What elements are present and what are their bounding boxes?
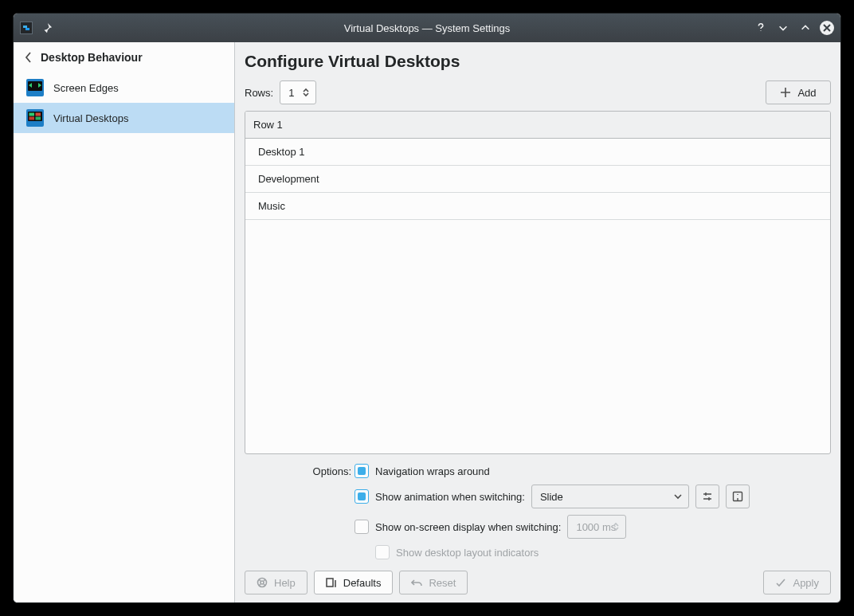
chevron-down-icon	[674, 493, 682, 500]
defaults-icon	[326, 577, 337, 588]
desktop-name: Desktop 1	[258, 146, 305, 158]
reset-button-label: Reset	[429, 577, 456, 589]
sidebar: Desktop Behaviour Screen Edges Virtual D…	[14, 42, 235, 602]
configure-effect-button[interactable]	[695, 485, 719, 508]
sliders-icon	[702, 491, 713, 502]
osd-duration-value: 1000 ms	[576, 521, 616, 533]
minimize-button[interactable]	[775, 20, 791, 36]
svg-point-13	[261, 581, 264, 584]
show-osd-label: Show on-screen display when switching:	[375, 521, 561, 533]
rows-value: 1	[288, 87, 294, 99]
desktop-row[interactable]: Development	[245, 166, 830, 193]
reset-button[interactable]: Reset	[399, 571, 468, 594]
svg-rect-2	[25, 28, 29, 30]
undo-icon	[411, 577, 422, 588]
sidebar-item-screen-edges[interactable]: Screen Edges	[14, 73, 234, 103]
about-effect-button[interactable]	[726, 485, 750, 508]
rows-spinbox[interactable]: 1	[280, 80, 316, 104]
apply-button-label: Apply	[793, 577, 819, 589]
close-button[interactable]	[820, 21, 834, 35]
add-button-label: Add	[797, 87, 816, 99]
titlebar: Virtual Desktops — System Settings	[14, 14, 840, 42]
options-section: Options: Navigation wraps around Show an…	[245, 464, 831, 559]
plus-icon	[780, 87, 791, 98]
nav-wraps-checkbox[interactable]	[355, 464, 369, 478]
window: Virtual Desktops — System Settings Deskt…	[13, 13, 841, 603]
lifebuoy-icon	[257, 577, 268, 588]
help-titlebar-button[interactable]	[753, 20, 769, 36]
nav-wraps-label: Navigation wraps around	[375, 465, 490, 477]
page-title: Configure Virtual Desktops	[245, 52, 831, 71]
animation-effect-value: Slide	[540, 491, 563, 503]
help-button[interactable]: Help	[245, 571, 308, 594]
sidebar-item-label: Screen Edges	[53, 82, 119, 94]
desktop-row[interactable]: Desktop 1	[245, 139, 830, 166]
svg-rect-8	[36, 113, 41, 116]
options-label: Options:	[245, 465, 355, 477]
rows-label: Rows:	[245, 87, 273, 99]
show-animation-label: Show animation when switching:	[375, 491, 525, 503]
info-icon	[732, 491, 743, 502]
virtual-desktops-icon	[26, 109, 44, 127]
svg-rect-1	[23, 26, 27, 28]
desktop-list: Row 1 Desktop 1 Development Music	[245, 111, 831, 454]
spin-down-icon	[613, 527, 619, 532]
layout-indicators-checkbox	[375, 545, 390, 559]
desktop-row[interactable]: Music	[245, 193, 830, 220]
spin-down-icon[interactable]	[303, 92, 309, 97]
apply-button[interactable]: Apply	[763, 571, 831, 594]
check-icon	[775, 577, 786, 588]
screen-edges-icon	[26, 79, 44, 96]
breadcrumb-back[interactable]: Desktop Behaviour	[14, 42, 234, 73]
desktop-name: Development	[258, 173, 319, 185]
add-button[interactable]: Add	[766, 80, 831, 104]
breadcrumb-label: Desktop Behaviour	[41, 51, 143, 64]
row-group-label: Row 1	[253, 119, 283, 131]
defaults-button-label: Defaults	[343, 577, 382, 589]
maximize-button[interactable]	[797, 20, 813, 36]
app-icon	[20, 22, 33, 34]
svg-rect-9	[29, 117, 35, 120]
window-title: Virtual Desktops — System Settings	[14, 22, 840, 34]
osd-duration-spinbox: 1000 ms	[567, 515, 626, 539]
show-osd-checkbox[interactable]	[355, 520, 369, 534]
sidebar-item-virtual-desktops[interactable]: Virtual Desktops	[14, 103, 234, 133]
row-group-header: Row 1	[245, 112, 830, 139]
desktop-name: Music	[258, 200, 285, 212]
animation-effect-select[interactable]: Slide	[531, 485, 689, 508]
show-animation-checkbox[interactable]	[355, 489, 369, 504]
svg-rect-14	[327, 579, 333, 587]
bottom-bar: Help Defaults Reset Apply	[245, 571, 831, 594]
content-pane: Configure Virtual Desktops Rows: 1 Add	[235, 42, 840, 602]
sidebar-item-label: Virtual Desktops	[53, 112, 128, 124]
svg-rect-7	[29, 113, 35, 116]
help-button-label: Help	[274, 577, 296, 589]
defaults-button[interactable]: Defaults	[314, 571, 394, 594]
pin-icon[interactable]	[39, 20, 55, 36]
layout-indicators-label: Show desktop layout indicators	[396, 547, 539, 559]
svg-rect-10	[36, 117, 41, 120]
